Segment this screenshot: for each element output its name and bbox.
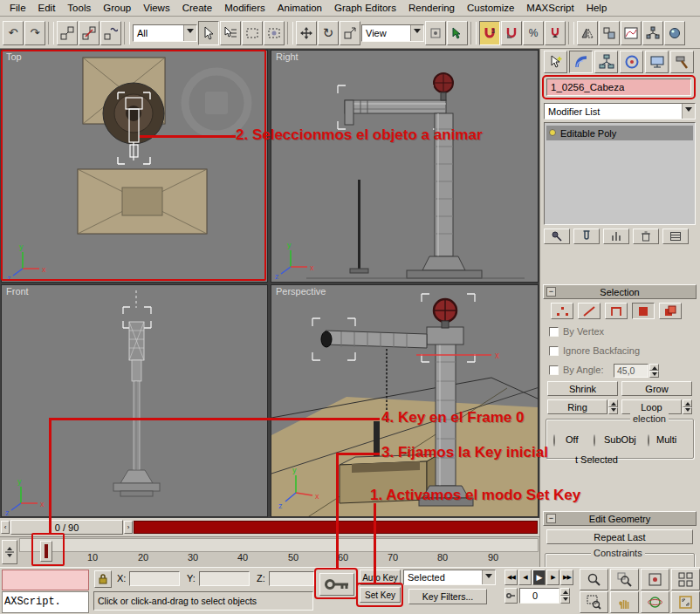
frame-spinner[interactable]: [560, 588, 570, 604]
zoom-extents-button[interactable]: [641, 569, 669, 590]
tab-create[interactable]: [544, 51, 567, 73]
viewport-right[interactable]: Right: [271, 50, 539, 283]
percent-snap-button[interactable]: %: [523, 21, 544, 45]
select-and-scale-button[interactable]: [340, 21, 360, 45]
viewport-front-label[interactable]: Front: [6, 286, 29, 297]
edit-geometry-rollout-header[interactable]: − Edit Geometry: [543, 511, 697, 526]
go-to-end-button[interactable]: ▶▶: [560, 570, 573, 585]
spinner-snap-button[interactable]: [545, 21, 566, 45]
angle-snap-button[interactable]: [501, 21, 522, 45]
shrink-button[interactable]: Shrink: [547, 381, 618, 396]
stack-item-editable-poly[interactable]: Editable Poly: [546, 126, 693, 140]
polygon-subobject-button[interactable]: [632, 303, 655, 319]
menu-create[interactable]: Create: [176, 3, 219, 13]
tab-motion[interactable]: [620, 51, 643, 73]
repeat-last-button[interactable]: Repeat Last: [546, 529, 693, 544]
arc-rotate-button[interactable]: [641, 591, 669, 613]
y-coord-field[interactable]: [199, 571, 250, 586]
selection-filter-dropdown[interactable]: All: [133, 24, 197, 42]
unlink-button[interactable]: [79, 21, 100, 45]
select-and-link-button[interactable]: [57, 21, 78, 45]
modifier-stack[interactable]: Editable Poly: [544, 122, 696, 225]
z-coord-field[interactable]: [269, 571, 314, 586]
redo-button[interactable]: ↷: [24, 21, 45, 45]
key-mode-toggle-button[interactable]: [504, 588, 518, 604]
make-unique-button[interactable]: [603, 229, 629, 244]
vertex-subobject-button[interactable]: [551, 303, 573, 319]
by-angle-checkbox[interactable]: [549, 365, 559, 375]
rectangular-selection-button[interactable]: [242, 21, 263, 45]
time-slider-right-arrow[interactable]: ›: [124, 521, 133, 534]
by-angle-spinner[interactable]: [649, 364, 659, 378]
viewport-front[interactable]: Front y x: [1, 284, 268, 517]
open-mini-curve-editor-button[interactable]: [2, 540, 17, 564]
reference-coordinate-dropdown[interactable]: View: [361, 24, 424, 42]
use-pivot-center-button[interactable]: [425, 21, 446, 45]
ring-button[interactable]: Ring: [547, 399, 607, 414]
menu-views[interactable]: Views: [137, 3, 175, 13]
selection-set-dropdown[interactable]: Selected: [403, 570, 496, 585]
menu-edit[interactable]: Edit: [32, 3, 62, 13]
selection-lock-button[interactable]: [94, 570, 112, 588]
window-crossing-button[interactable]: [264, 21, 285, 45]
tab-hierarchy[interactable]: [594, 51, 618, 73]
selection-rollout-header[interactable]: − Selection: [543, 284, 697, 299]
select-object-button[interactable]: [198, 21, 219, 45]
preview-subobj-radio[interactable]: [594, 434, 595, 447]
select-and-rotate-button[interactable]: ↻: [318, 21, 339, 45]
current-frame-field[interactable]: 0: [519, 588, 559, 604]
go-to-start-button[interactable]: ◀◀: [504, 570, 518, 585]
ignore-backfacing-checkbox[interactable]: [549, 346, 559, 356]
key-filters-button[interactable]: Key Filters...: [408, 589, 487, 604]
preview-off-radio[interactable]: [553, 434, 555, 447]
loop-button[interactable]: Loop: [621, 399, 682, 414]
x-coord-field[interactable]: [129, 571, 180, 586]
border-subobject-button[interactable]: [605, 303, 628, 319]
zoom-extents-all-button[interactable]: [671, 569, 700, 590]
menu-group[interactable]: Group: [97, 3, 137, 13]
by-vertex-checkbox[interactable]: [549, 327, 559, 337]
loop-spinner[interactable]: [683, 399, 692, 414]
show-end-result-button[interactable]: [573, 229, 600, 244]
modifier-list-dropdown[interactable]: Modifier List: [544, 103, 696, 119]
menu-help[interactable]: Help: [580, 3, 614, 13]
schematic-view-button[interactable]: [642, 21, 663, 45]
track-bar-band[interactable]: [19, 538, 539, 552]
grow-button[interactable]: Grow: [621, 381, 692, 396]
menu-graph-editors[interactable]: Graph Editors: [328, 3, 402, 13]
mirror-button[interactable]: [577, 21, 598, 45]
next-frame-button[interactable]: ▶: [546, 570, 559, 585]
select-by-name-button[interactable]: [220, 21, 241, 45]
select-and-move-button[interactable]: [296, 21, 317, 45]
ring-spinner[interactable]: [608, 399, 618, 414]
zoom-all-button[interactable]: [610, 569, 639, 590]
menu-maxscript[interactable]: MAXScript: [520, 3, 580, 13]
time-slider-left-arrow[interactable]: ‹: [1, 521, 10, 534]
zoom-region-button[interactable]: [580, 591, 608, 613]
element-subobject-button[interactable]: [659, 303, 682, 319]
tab-utilities[interactable]: [670, 51, 694, 73]
tab-modify[interactable]: [569, 51, 593, 73]
material-editor-button[interactable]: [664, 21, 685, 45]
viewport-perspective[interactable]: Perspective: [271, 284, 539, 517]
viewport-right-label[interactable]: Right: [276, 51, 299, 62]
pin-stack-button[interactable]: [544, 229, 570, 244]
configure-modifier-sets-button[interactable]: [662, 229, 689, 244]
play-button[interactable]: ▶: [532, 570, 546, 585]
tab-display[interactable]: [645, 51, 669, 73]
curve-editor-button[interactable]: [621, 21, 642, 45]
by-angle-field[interactable]: 45,0: [614, 364, 649, 378]
stack-bulb-icon[interactable]: [549, 129, 556, 136]
pan-button[interactable]: [610, 591, 639, 613]
select-and-manipulate-button[interactable]: [447, 21, 468, 45]
bind-to-spacewarp-button[interactable]: [100, 21, 121, 45]
snaps-toggle-button[interactable]: 3: [479, 21, 500, 45]
edge-subobject-button[interactable]: [578, 303, 600, 319]
maxscript-listener[interactable]: AXScript.: [2, 591, 89, 613]
remove-modifier-button[interactable]: [633, 229, 659, 244]
preview-multi-radio[interactable]: [648, 434, 649, 447]
menu-tools[interactable]: Tools: [61, 3, 97, 13]
zoom-button[interactable]: [580, 569, 608, 590]
menu-modifiers[interactable]: Modifiers: [218, 3, 271, 13]
min-max-toggle-button[interactable]: [671, 591, 700, 613]
